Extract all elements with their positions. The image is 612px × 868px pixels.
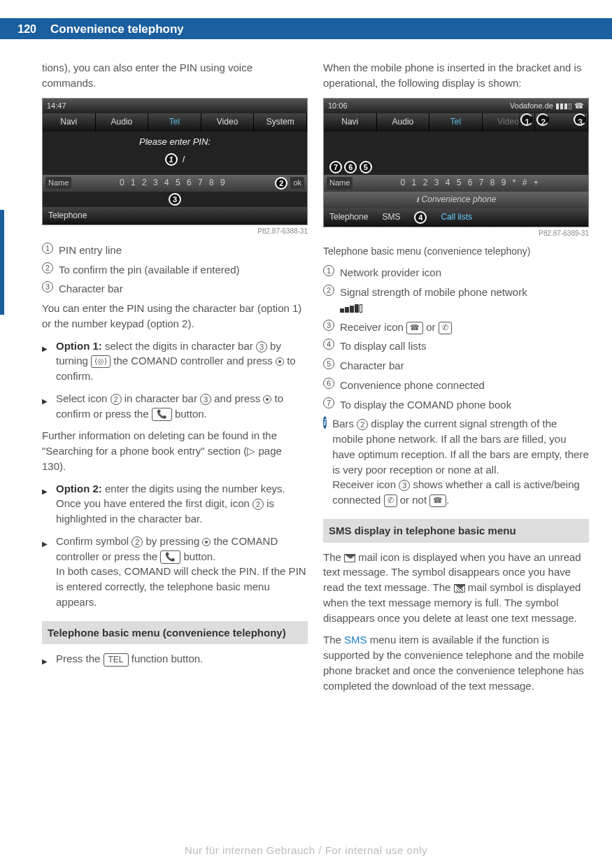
press-icon — [263, 395, 271, 404]
callout-1: 1 — [520, 113, 533, 126]
step-option2: Option 2: enter the digits using the num… — [42, 481, 308, 527]
rotate-icon: ⟨◎⟩ — [91, 355, 111, 368]
paragraph: Further information on deleting can be f… — [42, 428, 308, 474]
legend-item: 4To display call lists — [323, 339, 589, 354]
page-title: Convenience telephony — [42, 18, 612, 39]
watermark: Nur für internen Gebrauch / For internal… — [0, 843, 612, 858]
section-tab-label: Telephone — [0, 246, 1, 308]
callout-3: 3 — [574, 113, 586, 126]
left-column: tions), you can also enter the PIN using… — [42, 60, 308, 700]
tel-key: TEL — [104, 653, 129, 667]
call-key: 📞 — [152, 408, 172, 421]
callout-5: 5 — [360, 161, 372, 173]
receiver-off-icon: ☎ — [429, 495, 446, 507]
receiver-off-icon: ☎ — [406, 322, 423, 334]
ss-tabs: Navi Audio Tel Video System — [43, 113, 307, 131]
step-select-icon: Select icon 2 in character bar 3 and pre… — [42, 391, 308, 422]
callout-6: 6 — [344, 161, 357, 173]
comand-screenshot-basic-menu: 10:06 Vodafone.de ▮▮▮▯ ☎ Navi Audio Tel … — [323, 98, 589, 227]
mail-icon — [344, 554, 355, 562]
figure-subcaption: Telephone basic menu (convenience teleph… — [323, 244, 589, 258]
receiver-on-icon: ✆ — [439, 322, 452, 334]
legend-item: 1Network provider icon — [323, 265, 589, 280]
intro-text: When the mobile phone is inserted in the… — [323, 60, 589, 91]
section-tab: Telephone — [0, 210, 18, 315]
figure-caption: P82.87-6388-31 — [42, 227, 308, 237]
sms-menu-label: SMS — [344, 634, 367, 646]
press-icon — [202, 538, 211, 546]
callout-2: 2 — [275, 177, 287, 190]
callout-4: 4 — [414, 211, 427, 224]
ss-prompt: Please enter PIN: — [47, 136, 303, 149]
subheading: Telephone basic menu (convenience teleph… — [42, 621, 308, 645]
paragraph: You can enter the PIN using the characte… — [42, 301, 308, 332]
legend-item: 3Character bar — [42, 281, 308, 297]
comand-screenshot-pin: 14:47 Navi Audio Tel Video System Please… — [42, 98, 308, 226]
callout-2: 2 — [536, 113, 549, 126]
step-option1: Option 1: select the digits in character… — [42, 339, 308, 384]
call-key: 📞 — [160, 550, 180, 564]
step-confirm: Confirm symbol 2 by pressing the COMAND … — [42, 534, 308, 610]
page-number: 120 — [0, 18, 42, 39]
figure-caption: P82.87-6389-31 — [323, 229, 589, 239]
info-icon: i — [323, 416, 327, 429]
ss-time: 14:47 — [47, 101, 66, 112]
paragraph: The SMS menu item is available if the fu… — [323, 632, 589, 693]
callout-3: 3 — [169, 193, 181, 206]
legend-item: 1PIN entry line — [42, 243, 308, 258]
legend-item: 2Signal strength of mobile phone network — [323, 285, 589, 315]
right-column: When the mobile phone is inserted in the… — [323, 60, 589, 700]
callout-7: 7 — [329, 161, 342, 173]
callout-1: 1 — [165, 153, 178, 166]
subheading: SMS display in telephone basic menu — [323, 519, 589, 543]
step-press-tel: Press the TEL function button. — [42, 651, 308, 668]
press-icon — [276, 357, 284, 366]
mail-full-icon — [454, 584, 465, 592]
paragraph: The mail icon is displayed when you have… — [323, 550, 589, 626]
legend-item: 3Receiver icon ☎ or ✆ — [323, 320, 589, 335]
info-note: i Bars 2 display the current signal stre… — [323, 416, 589, 508]
intro-text: tions), you can also enter the PIN using… — [42, 60, 308, 91]
receiver-on-icon: ✆ — [384, 495, 397, 507]
legend-item: 2To confirm the pin (available if entere… — [42, 262, 308, 278]
legend-item: 6Convenience phone connected — [323, 378, 589, 393]
legend-item: 7To display the COMAND phone book — [323, 397, 589, 413]
legend-item: 5Character bar — [323, 358, 589, 373]
ss-time: 10:06 — [328, 101, 348, 112]
page-header: 120 Convenience telephony — [0, 18, 612, 39]
signal-bars-icon — [340, 304, 362, 313]
